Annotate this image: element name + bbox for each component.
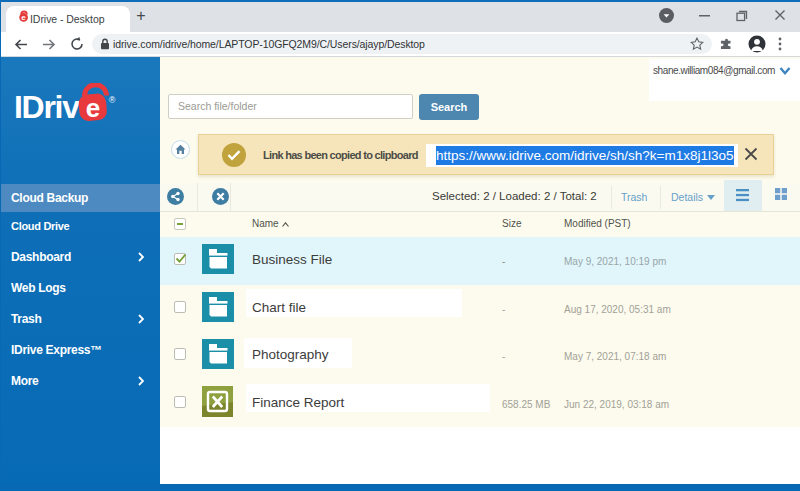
svg-text:e: e (86, 93, 100, 123)
svg-text:e: e (21, 13, 26, 22)
svg-text:IDriv: IDriv (14, 89, 80, 125)
svg-text:®: ® (109, 95, 116, 105)
